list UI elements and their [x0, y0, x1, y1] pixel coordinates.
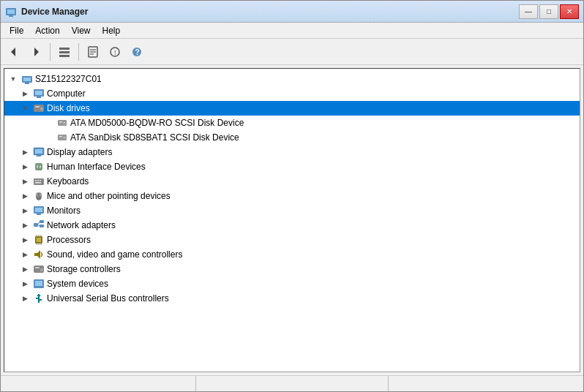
keyboards-expand-icon[interactable]: ▶: [19, 176, 31, 187]
monitors-label: Monitors: [47, 206, 81, 216]
svg-rect-54: [37, 238, 41, 242]
svg-rect-6: [59, 51, 70, 53]
hid-label: Human Interface Devices: [47, 162, 146, 172]
svg-rect-47: [37, 214, 41, 215]
maximize-button[interactable]: □: [539, 4, 558, 19]
tree-item-mice[interactable]: ▶ Mice and other pointing devices: [4, 189, 580, 203]
svg-rect-50: [40, 225, 44, 227]
menu-bar: File Action View Help: [1, 23, 583, 39]
svg-rect-34: [35, 163, 42, 170]
svg-point-24: [40, 108, 43, 110]
svg-rect-36: [40, 165, 41, 168]
hid-icon: [33, 161, 45, 173]
storage-icon: [33, 263, 45, 275]
tree-item-keyboards[interactable]: ▶ Keyboards: [4, 174, 580, 189]
show-all-button[interactable]: [54, 42, 75, 62]
disk-expand-icon[interactable]: ▼: [19, 102, 31, 114]
display-expand-icon[interactable]: ▶: [19, 146, 31, 158]
toolbar: ! ?: [1, 39, 583, 65]
sound-expand-icon[interactable]: ▶: [19, 249, 31, 260]
storage-label: Storage controllers: [47, 264, 121, 274]
tree-item-display[interactable]: ▶ Display adapters: [4, 145, 580, 159]
keyboards-icon: [33, 176, 45, 187]
usb-expand-icon[interactable]: ▶: [19, 293, 31, 304]
computer-expand-icon[interactable]: ▶: [19, 88, 31, 99]
system-expand-icon[interactable]: ▶: [19, 278, 31, 290]
help-button[interactable]: ?: [127, 42, 147, 62]
svg-rect-46: [35, 208, 42, 212]
tree-item-disk-1[interactable]: ▶ ATA MD05000-BQDW-RO SCSI Disk Device: [4, 116, 580, 130]
forward-button[interactable]: [26, 42, 46, 62]
svg-point-64: [40, 268, 43, 271]
svg-rect-1: [7, 10, 15, 14]
tree-item-sound[interactable]: ▶ Sound, video and game controllers: [4, 247, 580, 262]
storage-expand-icon[interactable]: ▶: [19, 263, 31, 275]
menu-help[interactable]: Help: [97, 23, 127, 38]
root-icon: [21, 73, 33, 85]
disk-drives-icon: [33, 102, 45, 114]
svg-rect-23: [35, 106, 40, 108]
menu-view[interactable]: View: [66, 23, 97, 38]
monitors-icon: [33, 205, 45, 216]
properties-button[interactable]: [83, 42, 103, 62]
tree-item-computer[interactable]: ▶ Computer: [4, 86, 580, 101]
close-button[interactable]: ✕: [560, 4, 579, 19]
window-icon: [5, 6, 17, 18]
svg-rect-20: [35, 91, 42, 95]
update-driver-button[interactable]: !: [105, 42, 125, 62]
svg-text:!: !: [114, 49, 116, 56]
system-label: System devices: [47, 279, 108, 289]
tree-item-network[interactable]: ▶ Network adapters: [4, 218, 580, 233]
sound-icon: [33, 249, 45, 260]
network-icon: [33, 219, 45, 231]
hid-expand-icon[interactable]: ▶: [19, 161, 31, 173]
tree-item-storage[interactable]: ▶ Storage controllers: [4, 262, 580, 276]
network-expand-icon[interactable]: ▶: [19, 219, 31, 231]
tree-item-disk-2[interactable]: ▶ ATA SanDisk SD8SBAT1 SCSI Disk Device: [4, 130, 580, 145]
mice-icon: [33, 190, 45, 202]
svg-rect-68: [40, 287, 42, 288]
svg-rect-26: [59, 121, 62, 123]
svg-line-52: [38, 225, 40, 226]
toolbar-sep-2: [78, 43, 79, 61]
menu-file[interactable]: File: [4, 23, 29, 38]
svg-rect-38: [35, 180, 37, 181]
display-icon: [33, 146, 45, 158]
toolbar-sep-1: [50, 43, 50, 61]
device-tree[interactable]: ▼ SZ15122327C01 ▶: [4, 68, 580, 372]
computer-label: Computer: [47, 88, 86, 99]
disk-drives-label: Disk drives: [47, 103, 90, 113]
sound-label: Sound, video and game controllers: [47, 249, 182, 260]
mice-expand-icon[interactable]: ▶: [19, 190, 31, 202]
svg-marker-61: [34, 250, 40, 259]
processors-label: Processors: [47, 235, 91, 245]
svg-rect-40: [40, 180, 41, 181]
display-label: Display adapters: [47, 147, 112, 157]
tree-item-processors[interactable]: ▶ Processors: [4, 233, 580, 247]
minimize-button[interactable]: —: [519, 4, 538, 19]
svg-marker-4: [34, 48, 39, 56]
menu-action[interactable]: Action: [29, 23, 65, 38]
computer-icon: [33, 88, 45, 99]
processors-expand-icon[interactable]: ▶: [19, 234, 31, 246]
tree-root[interactable]: ▼ SZ15122327C01: [4, 72, 580, 86]
svg-rect-72: [40, 299, 42, 301]
svg-rect-7: [59, 55, 70, 57]
root-expand-icon[interactable]: ▼: [7, 73, 19, 85]
tree-item-usb[interactable]: ▶ Universal Serial Bus controllers: [4, 291, 580, 306]
svg-rect-21: [37, 97, 41, 98]
monitors-expand-icon[interactable]: ▶: [19, 205, 31, 216]
svg-marker-70: [37, 294, 41, 296]
svg-rect-71: [36, 298, 38, 299]
title-bar: Device Manager — □ ✕: [1, 1, 583, 23]
tree-item-system[interactable]: ▶ System devices: [4, 276, 580, 291]
status-section-3: [389, 376, 580, 391]
back-button[interactable]: [4, 42, 24, 62]
tree-item-hid[interactable]: ▶ Human Interface Devices: [4, 159, 580, 174]
svg-marker-3: [11, 48, 15, 56]
tree-item-disk-drives[interactable]: ▼ Disk drives: [4, 101, 580, 116]
tree-item-monitors[interactable]: ▶ Monitors: [4, 203, 580, 218]
svg-rect-32: [35, 149, 42, 154]
window-title: Device Manager: [21, 7, 519, 17]
keyboards-label: Keyboards: [47, 176, 89, 186]
